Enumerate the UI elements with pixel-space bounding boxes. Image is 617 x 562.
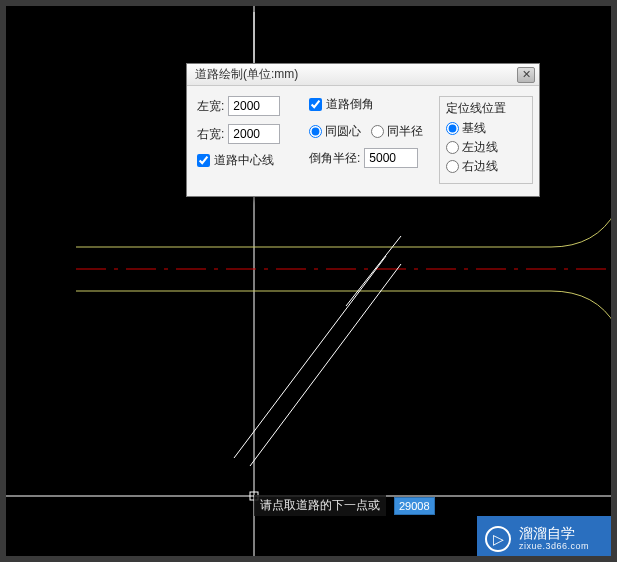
close-button[interactable]: ✕	[517, 67, 535, 83]
close-icon: ✕	[522, 68, 531, 81]
same-radius-radio[interactable]	[371, 125, 384, 138]
road-draw-dialog: 道路绘制(单位:mm) ✕ 左宽: 右宽: 道路中心线	[186, 63, 540, 197]
dialog-title: 道路绘制(单位:mm)	[195, 66, 298, 83]
left-width-input[interactable]	[228, 96, 280, 116]
watermark-url: zixue.3d66.com	[519, 542, 589, 552]
right-width-input[interactable]	[228, 124, 280, 144]
coord-readout: 29008	[394, 497, 435, 515]
locate-fieldset: 定位线位置 基线 左边线 右边线	[439, 96, 533, 184]
cad-canvas[interactable]: 道路绘制(单位:mm) ✕ 左宽: 右宽: 道路中心线	[6, 6, 611, 556]
locate-group-label: 定位线位置	[446, 100, 526, 117]
base-radio[interactable]	[446, 122, 459, 135]
chamfer-checkbox[interactable]	[309, 98, 322, 111]
rightline-label: 右边线	[462, 158, 498, 175]
same-radius-label: 同半径	[387, 123, 423, 140]
svg-line-8	[346, 236, 401, 306]
svg-line-6	[234, 256, 386, 458]
left-width-label: 左宽:	[197, 98, 224, 115]
right-width-label: 右宽:	[197, 126, 224, 143]
rightline-radio[interactable]	[446, 160, 459, 173]
centerline-label: 道路中心线	[214, 152, 274, 169]
chamfer-label: 道路倒角	[326, 96, 374, 113]
base-label: 基线	[462, 120, 486, 137]
radius-input[interactable]	[364, 148, 418, 168]
leftline-label: 左边线	[462, 139, 498, 156]
watermark-brand: 溜溜自学	[519, 526, 589, 541]
dialog-titlebar[interactable]: 道路绘制(单位:mm) ✕	[187, 64, 539, 86]
concentric-label: 同圆心	[325, 123, 361, 140]
prompt-text: 请点取道路的下一点或	[254, 495, 386, 516]
command-prompt: 请点取道路的下一点或 29008	[254, 495, 435, 516]
leftline-radio[interactable]	[446, 141, 459, 154]
play-icon: ▷	[485, 526, 511, 552]
svg-line-7	[250, 264, 401, 466]
watermark: ▷ 溜溜自学 zixue.3d66.com	[477, 516, 617, 562]
radius-label: 倒角半径:	[309, 150, 360, 167]
centerline-checkbox[interactable]	[197, 154, 210, 167]
concentric-radio[interactable]	[309, 125, 322, 138]
